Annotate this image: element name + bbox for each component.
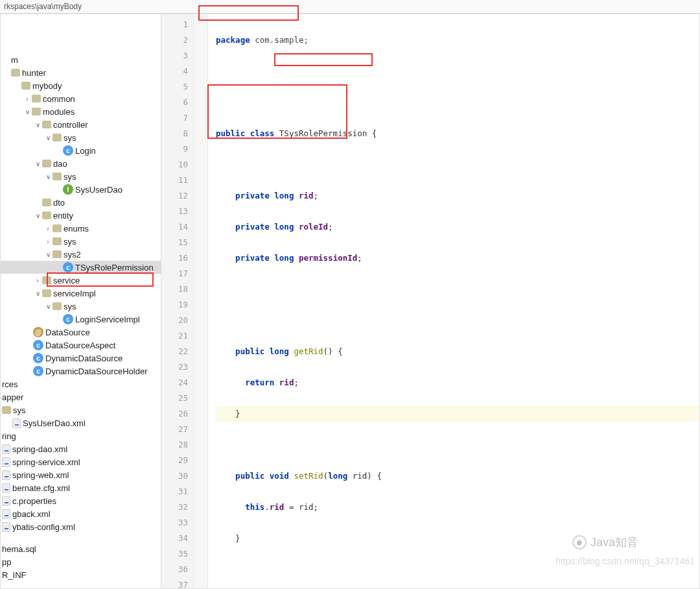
kw-private: private long: [235, 253, 294, 263]
tree-label: bernate.cfg.xml: [12, 483, 70, 493]
tree-node-serviceimpl-sys[interactable]: ∨sys: [1, 300, 161, 313]
tree-node-datasource[interactable]: @DataSource: [1, 326, 161, 339]
tree-node-pp[interactable]: pp: [1, 555, 161, 568]
tree-node-enums[interactable]: ›enums: [1, 222, 161, 235]
folder-icon: [32, 108, 41, 115]
tree-node-controller[interactable]: ∨controller: [1, 118, 161, 131]
tree-label: dto: [53, 198, 65, 208]
folder-icon: [52, 302, 62, 310]
folder-icon: [42, 121, 51, 128]
folder-icon: [42, 160, 51, 167]
tree-label: sys2: [64, 250, 81, 259]
tree-node-cproperties[interactable]: c.properties: [1, 494, 161, 507]
tree-node-entity-sys[interactable]: ›sys: [1, 235, 161, 248]
line-number-gutter: 1234567891011121314151617181920212223242…: [161, 14, 194, 588]
folder-icon: [52, 173, 62, 180]
tree-label: TSysRolePermission: [75, 263, 154, 272]
folder-icon: [42, 289, 51, 297]
semicolon: ;: [294, 378, 299, 387]
tree-node-dynamicdatasourceholder[interactable]: cDynamicDataSourceHolder: [1, 365, 161, 378]
tree-node-m[interactable]: m: [1, 53, 161, 66]
tree-node-sysuserdao[interactable]: ISysUserDao: [1, 183, 161, 196]
class-icon: c: [33, 353, 43, 363]
tree-node-gbackxml[interactable]: gback.xml: [1, 507, 161, 520]
folder-icon: [2, 406, 11, 414]
brace-open: () {: [323, 346, 343, 356]
tree-node-tpinf[interactable]: R_INF: [1, 568, 161, 581]
tree-node-dao-sys[interactable]: ∨sys: [1, 170, 161, 183]
tree-node-modules[interactable]: ∨modules: [1, 105, 161, 118]
tree-label: spring-service.xml: [12, 457, 80, 467]
brace-close: }: [235, 533, 240, 543]
tree-label: LoginServiceImpl: [75, 315, 140, 324]
tree-node-loginserviceimpl[interactable]: cLoginServiceImpl: [1, 313, 161, 326]
xml-icon: [2, 470, 10, 480]
watermark-logo: ● Java知音: [572, 535, 638, 550]
tree-node-entity[interactable]: ∨entity: [1, 209, 161, 222]
tree-label: DynamicDataSourceHolder: [45, 367, 148, 376]
tree-node-dao[interactable]: ∨dao: [1, 157, 161, 170]
folder-icon: [52, 224, 62, 232]
tree-node-dto[interactable]: dto: [1, 196, 161, 209]
tree-node-hunter[interactable]: hunter: [1, 66, 161, 79]
tree-node-mybody[interactable]: mybody: [1, 79, 161, 92]
tree-node-controller-sys[interactable]: ∨sys: [1, 131, 161, 144]
xml-icon: [2, 457, 10, 467]
tree-node-apper[interactable]: apper: [1, 391, 161, 403]
class-icon: c: [33, 366, 43, 376]
tree-node-ybatisconfig[interactable]: ybatis-config.xml: [1, 520, 161, 533]
tree-label: DataSourceAspect: [45, 341, 115, 350]
tree-node-rces[interactable]: rces: [1, 378, 161, 391]
tree-node-springdao[interactable]: spring-dao.xml: [1, 442, 161, 455]
tree-label: spring-web.xml: [12, 470, 69, 480]
tree-node-datasourceaspect[interactable]: cDataSourceAspect: [1, 339, 161, 352]
project-tree[interactable]: m hunter mybody ›common ∨modules ∨contro…: [1, 14, 161, 588]
tree-label: hunter: [22, 68, 46, 78]
tree-label: serviceImpl: [53, 289, 96, 298]
tree-label: Login: [75, 146, 96, 156]
tree-label: sys: [64, 302, 76, 311]
tree-node-sys-res[interactable]: sys: [1, 403, 161, 416]
tree-label: DataSource: [45, 328, 90, 337]
tree-node-login[interactable]: cLogin: [1, 144, 161, 157]
semicolon: ;: [328, 222, 333, 232]
tree-label: sys: [64, 237, 76, 246]
method-getrid: getRid: [289, 346, 323, 356]
tree-node-serviceimpl[interactable]: ∨serviceImpl: [1, 287, 161, 300]
tree-node-sys2[interactable]: ∨sys2: [1, 248, 161, 261]
tree-node-ring[interactable]: ring: [1, 429, 161, 442]
tree-label: SysUserDao.xml: [23, 418, 86, 428]
tree-node-hemasql[interactable]: hema.sql: [1, 542, 161, 555]
field-ref: rid: [274, 378, 294, 387]
tree-node-dynamicdatasource[interactable]: cDynamicDataSource: [1, 352, 161, 365]
code-editor[interactable]: 1234567891011121314151617181920212223242…: [161, 14, 699, 588]
folder-icon: [32, 95, 41, 102]
breadcrumb-path: rkspaces\java\myBody: [0, 0, 700, 14]
tree-spacer: [1, 533, 161, 542]
wechat-icon: ●: [572, 535, 587, 549]
folder-icon: [52, 250, 62, 258]
field-rid: rid: [294, 191, 313, 200]
tree-node-common[interactable]: ›common: [1, 92, 161, 105]
tree-label: sys: [64, 172, 76, 182]
tree-node-springweb[interactable]: spring-web.xml: [1, 468, 161, 481]
code-area[interactable]: package com.sample; public class TSysRol…: [208, 14, 699, 588]
tree-node-tsysrolepermission[interactable]: cTSysRolePermission: [1, 261, 161, 274]
main-split: m hunter mybody ›common ∨modules ∨contro…: [0, 14, 700, 589]
watermark-url: https://blog.csdn.net/qq_34371461: [555, 556, 695, 566]
field-permissionid: permissionId: [294, 253, 357, 263]
folder-icon: [42, 276, 51, 284]
tree-label: SysUserDao: [75, 185, 122, 195]
param: rid) {: [347, 471, 382, 481]
tree-node-bernatecfg[interactable]: bernate.cfg.xml: [1, 481, 161, 494]
tree-node-service[interactable]: ›service: [1, 274, 161, 287]
kw-this: this: [245, 502, 264, 512]
class-icon: c: [63, 262, 73, 272]
tree-label: R_INF: [2, 570, 27, 580]
class-icon: c: [33, 340, 43, 350]
class-icon: c: [63, 145, 73, 156]
brace-close: }: [235, 409, 240, 418]
tree-node-sysuserdaoxml[interactable]: SysUserDao.xml: [1, 416, 161, 429]
semicolon: ;: [357, 253, 362, 263]
tree-node-springservice[interactable]: spring-service.xml: [1, 455, 161, 468]
